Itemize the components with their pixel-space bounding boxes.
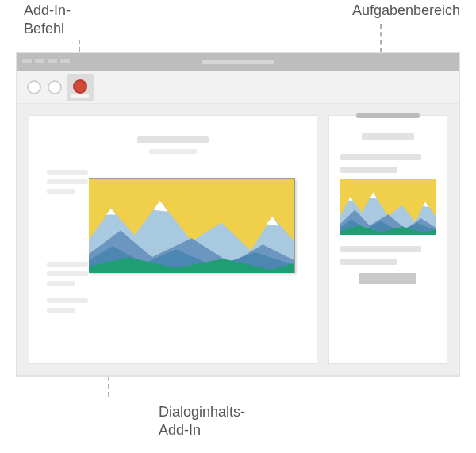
- task-pane-line: [340, 246, 421, 252]
- title-bar: [17, 53, 459, 71]
- diagram-stage: Add-In- Befehl Aufgabenbereich Dialoginh…: [0, 0, 476, 453]
- label-task-pane: Aufgabenbereich: [352, 2, 460, 20]
- ribbon-button-1: [27, 80, 41, 94]
- ribbon: [17, 71, 459, 104]
- task-pane-button[interactable]: [359, 273, 416, 284]
- task-pane-line: [340, 259, 397, 265]
- label-addin-command: Add-In- Befehl: [24, 2, 95, 37]
- window-buttons: [22, 59, 70, 63]
- task-pane-line: [340, 154, 421, 160]
- paragraph-row: [47, 298, 299, 317]
- task-pane-image: [340, 179, 436, 235]
- task-pane[interactable]: [328, 115, 447, 364]
- doc-subtitle-placeholder: [149, 149, 197, 154]
- doc-title-placeholder: [137, 136, 209, 143]
- client-area: [17, 104, 459, 375]
- document-canvas: [29, 115, 317, 364]
- mountain-illustration: [89, 179, 294, 273]
- addin-command-button[interactable]: [67, 74, 94, 101]
- mountain-illustration-small: [340, 179, 436, 235]
- task-pane-title-placeholder: [362, 133, 414, 140]
- ribbon-button-2: [48, 80, 62, 94]
- app-window: [16, 52, 460, 377]
- task-pane-line: [340, 167, 397, 173]
- task-pane-handle: [356, 113, 420, 118]
- label-dialog-content-addin: Dialoginhalts- Add-In: [159, 403, 278, 439]
- content-addin[interactable]: [89, 178, 295, 273]
